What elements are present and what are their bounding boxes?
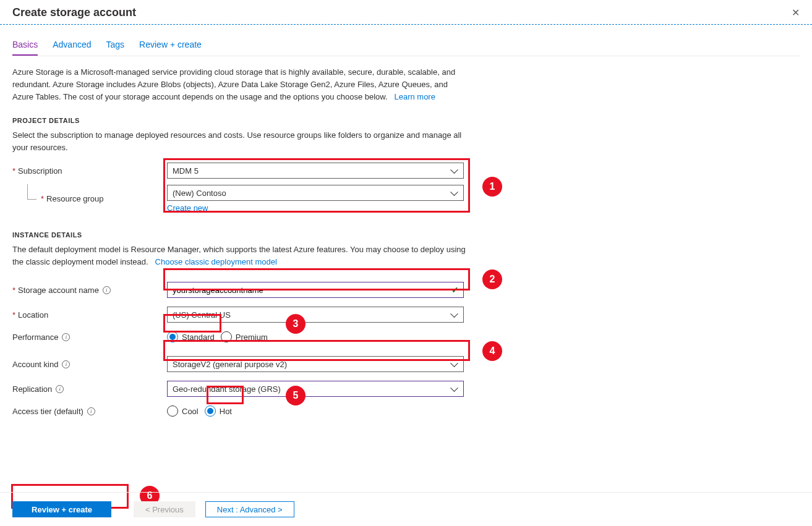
project-details-heading: PROJECT DETAILS [12, 117, 800, 124]
access-tier-label: Access tier (default) i [12, 407, 167, 416]
replication-select[interactable]: Geo-redundant storage (GRS) [167, 381, 464, 397]
intro-text: Azure Storage is a Microsoft-managed ser… [12, 66, 470, 103]
resource-group-select[interactable]: (New) Contoso [167, 185, 464, 201]
info-icon[interactable]: i [62, 360, 70, 368]
access-hot-radio[interactable]: Hot [205, 405, 232, 417]
access-cool-radio[interactable]: Cool [167, 405, 199, 417]
location-label: *Location [12, 310, 167, 320]
replication-label: Replication i [12, 384, 167, 394]
account-kind-select[interactable]: StorageV2 (general purpose v2) [167, 356, 464, 372]
tab-review[interactable]: Review + create [139, 40, 202, 56]
radio-selected-icon [205, 405, 216, 417]
instance-details-heading: INSTANCE DETAILS [12, 231, 800, 239]
info-icon[interactable]: i [87, 407, 95, 415]
previous-button: < Previous [134, 501, 195, 517]
radio-selected-icon [167, 331, 178, 342]
create-new-link[interactable]: Create new [167, 203, 464, 213]
tab-basics[interactable]: Basics [12, 40, 38, 56]
radio-icon [167, 405, 178, 417]
footer-bar: Review + create < Previous Next : Advanc… [0, 492, 812, 526]
storage-name-input[interactable] [167, 282, 464, 298]
next-button[interactable]: Next : Advanced > [205, 501, 294, 517]
performance-standard-radio[interactable]: Standard [167, 331, 215, 342]
location-select[interactable]: (US) Central US [167, 307, 464, 323]
performance-label: Performance i [12, 333, 167, 342]
subscription-select[interactable]: MDM 5 [167, 163, 464, 179]
resource-group-label: *Resource group [12, 194, 167, 203]
info-icon[interactable]: i [103, 286, 111, 294]
review-create-button[interactable]: Review + create [12, 501, 111, 517]
storage-name-label: *Storage account name i [12, 286, 167, 295]
check-icon: ✓ [451, 285, 459, 295]
performance-premium-radio[interactable]: Premium [221, 331, 268, 342]
page-title: Create storage account [12, 6, 136, 19]
divider [0, 24, 812, 25]
radio-icon [221, 331, 232, 342]
tab-advanced[interactable]: Advanced [53, 40, 91, 56]
instance-details-desc: The default deployment model is Resource… [12, 244, 470, 268]
tab-bar: Basics Advanced Tags Review + create [12, 40, 800, 56]
subscription-label: *Subscription [12, 166, 167, 176]
close-icon[interactable]: ✕ [792, 7, 800, 19]
info-icon[interactable]: i [62, 333, 70, 341]
intro-body: Azure Storage is a Microsoft-managed ser… [12, 67, 455, 101]
info-icon[interactable]: i [56, 385, 64, 393]
project-details-desc: Select the subscription to manage deploy… [12, 129, 470, 154]
tab-tags[interactable]: Tags [106, 40, 125, 56]
learn-more-link[interactable]: Learn more [394, 92, 435, 101]
account-kind-label: Account kind i [12, 360, 167, 369]
classic-model-link[interactable]: Choose classic deployment model [155, 257, 277, 266]
